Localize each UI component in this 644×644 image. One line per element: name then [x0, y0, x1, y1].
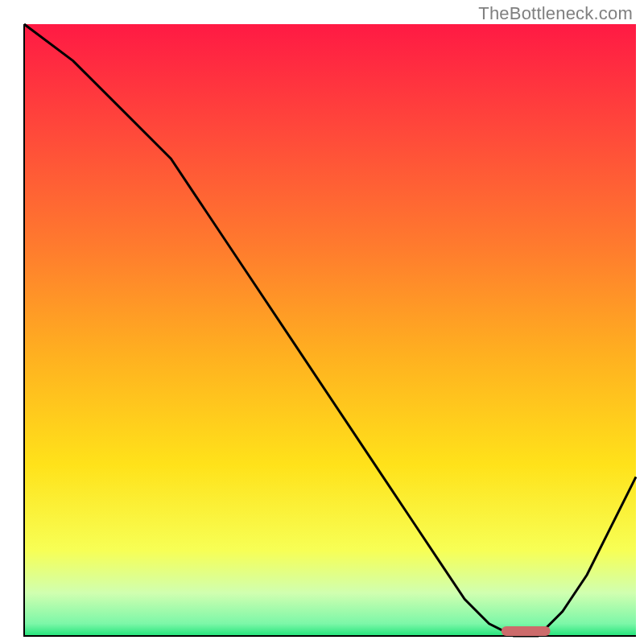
plot-background [24, 24, 636, 636]
watermark-text: TheBottleneck.com [478, 3, 633, 24]
chart-svg [0, 0, 644, 644]
target-marker [502, 626, 551, 636]
bottleneck-chart: TheBottleneck.com [0, 0, 644, 644]
